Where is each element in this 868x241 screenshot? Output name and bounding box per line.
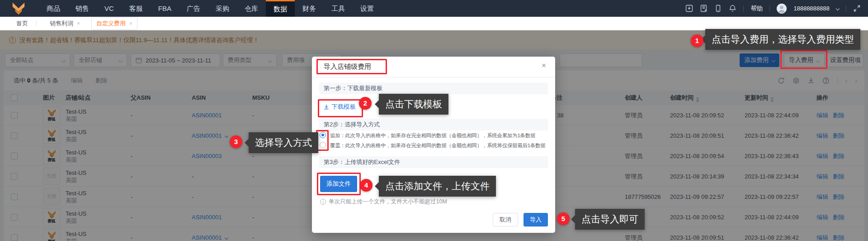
nav-item-vc[interactable]: VC — [97, 0, 122, 17]
nav-item-service[interactable]: 客服 — [122, 0, 151, 17]
nav-item-finance[interactable]: 财务 — [295, 0, 324, 17]
step2-header: 第2步：选择导入方式 — [319, 119, 548, 130]
nav-item-sales[interactable]: 销售 — [68, 0, 97, 17]
radio-append-label: 追加：此次导入的表格中，如果存在完全相同的数据（金额也相同），系统会累加为1条数… — [330, 132, 535, 139]
download-tray-icon[interactable] — [685, 5, 693, 12]
step-badge-3: 3 — [230, 135, 242, 148]
fullscreen-icon[interactable] — [853, 5, 861, 12]
info-icon: i — [320, 199, 326, 205]
account-phone[interactable]: 18888888888 — [793, 5, 830, 12]
memo-add-icon[interactable] — [700, 5, 708, 12]
close-icon[interactable]: × — [77, 21, 80, 26]
divider — [846, 5, 846, 12]
import-confirm-button[interactable]: 导入 — [524, 213, 548, 227]
tab-label: 自定义费用 — [96, 19, 126, 28]
step-badge-4: 4 — [360, 179, 373, 192]
avatar[interactable] — [777, 4, 787, 14]
nav-item-fba[interactable]: FBA — [151, 0, 179, 17]
tab-home[interactable]: 首页 — [16, 19, 28, 28]
nav-menu: 商品 销售 VC 客服 FBA 广告 采购 仓库 数据 财务 工具 设置 — [0, 0, 382, 17]
step1-header: 第一步：下载最新模板 — [319, 82, 548, 94]
help-link[interactable]: 帮助 — [750, 5, 763, 13]
divider — [769, 5, 770, 12]
radio-overwrite-label: 覆盖：此次导入的表格中，如果存在完全相同的数据（金额也相同），系统将仅保留最后1… — [330, 142, 546, 149]
import-fee-dialog: 导入店铺级费用 × 第一步：下载最新模板 下载模板 第2步：选择导入方式 追加：… — [312, 57, 555, 233]
highlight-add-file — [317, 173, 361, 195]
bell-icon[interactable] — [729, 5, 736, 12]
divider — [36, 20, 37, 26]
dialog-close-icon[interactable]: × — [542, 61, 546, 70]
nav-item-ads[interactable]: 广告 — [179, 0, 208, 17]
step-badge-5: 5 — [557, 212, 570, 225]
tab-label: 销售利润 — [50, 19, 73, 28]
highlight-download-link — [318, 99, 363, 117]
nav-item-goods[interactable]: 商品 — [39, 0, 68, 17]
step-tooltip-4: 点击添加文件，上传文件 — [379, 176, 496, 197]
step3-header: 第3步：上传填好的Excel文件 — [319, 156, 548, 168]
highlight-dialog-title — [316, 59, 387, 74]
caret-down-icon — [836, 6, 840, 10]
nav-utilities: 帮助 18888888888 — [685, 4, 868, 14]
step-tooltip-1: 点击导入费用，选择导入费用类型 — [705, 29, 860, 50]
tab-bar: 首页 销售利润 × 自定义费用 × — [0, 17, 868, 30]
brand-logo-icon[interactable] — [12, 2, 25, 15]
step-tooltip-5: 点击导入即可 — [575, 209, 645, 230]
divider — [312, 77, 555, 77]
tab-sales-profit[interactable]: 销售利润 × — [45, 17, 85, 30]
tab-custom-fee[interactable]: 自定义费用 × — [91, 17, 137, 30]
app-root: 商品 销售 VC 客服 FBA 广告 采购 仓库 数据 财务 工具 设置 帮助 … — [0, 0, 868, 241]
nav-item-data[interactable]: 数据 — [266, 0, 295, 17]
nav-item-tools[interactable]: 工具 — [324, 0, 353, 17]
mobile-icon[interactable] — [714, 5, 722, 12]
highlight-import-button — [780, 50, 827, 69]
step-badge-2: 2 — [359, 97, 372, 110]
nav-item-settings[interactable]: 设置 — [353, 0, 382, 17]
nav-item-purchase[interactable]: 采购 — [208, 0, 237, 17]
close-icon[interactable]: × — [129, 21, 132, 26]
nav-item-warehouse[interactable]: 仓库 — [237, 0, 266, 17]
upload-hint: i 单次只能上传一个文件，文件大小不能超过10M — [320, 198, 447, 206]
cancel-button[interactable]: 取消 — [493, 213, 518, 227]
top-navbar: 商品 销售 VC 客服 FBA 广告 采购 仓库 数据 财务 工具 设置 帮助 … — [0, 0, 868, 17]
step-badge-1: 1 — [691, 34, 703, 47]
step-tooltip-2: 点击下载模板 — [379, 94, 448, 115]
divider — [743, 5, 744, 12]
step-tooltip-3: 选择导入方式 — [249, 132, 318, 153]
